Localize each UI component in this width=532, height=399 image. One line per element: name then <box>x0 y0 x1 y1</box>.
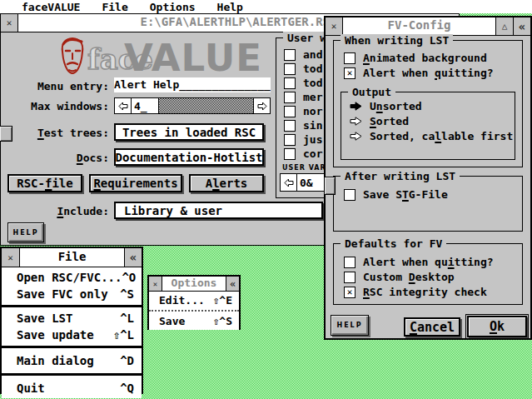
radio-label: Sorted, callable first <box>370 130 513 142</box>
defaults-group-label: Defaults for FV <box>341 237 446 250</box>
menu-item-label: Main dialog <box>17 354 94 367</box>
menu-item-label: Save LST <box>17 312 72 325</box>
menu-item-save[interactable]: Save⇧^S <box>149 312 239 330</box>
checkbox-label: nor <box>303 105 322 117</box>
fv-help-button[interactable]: HELP <box>331 315 369 336</box>
user-var-label: USER VAR: <box>282 164 330 172</box>
output-group: Output Unsorted Sorted Sorted, callable … <box>341 92 515 160</box>
alerts-button[interactable]: Alerts <box>189 174 264 192</box>
file-menu-window: ✕ File « Open RSC/FVC...^O Save FVC only… <box>0 247 143 394</box>
ok-button[interactable]: Ok <box>467 316 527 337</box>
close-icon[interactable]: ✕ <box>1 14 18 32</box>
checkbox[interactable] <box>344 257 355 268</box>
desktop: faceVALUE File Options Help ✕ E:\GFA\ALE… <box>0 0 532 399</box>
checkbox-label: cor <box>303 147 322 160</box>
edge-widget[interactable] <box>324 177 336 195</box>
fuller-icon[interactable]: △ <box>495 17 513 35</box>
iconify-icon[interactable]: « <box>226 277 239 291</box>
checkbox[interactable] <box>344 272 355 283</box>
menu-item-shortcut: ^S <box>120 287 134 301</box>
menu-item-shortcut: ^D <box>120 354 134 367</box>
radio-sorted-callable[interactable]: Sorted, callable first <box>350 130 513 142</box>
menu-help[interactable]: Help <box>217 1 243 13</box>
test-trees-popup[interactable]: Trees in loaded RSC <box>114 123 264 141</box>
menu-item-shortcut: ⇧^L <box>113 328 134 342</box>
iconify-icon[interactable]: « <box>513 17 530 35</box>
when-writing-group-label: When writing LST <box>341 34 453 47</box>
options-menu-window: ✕ Options « Edit...⇧^E Save⇧^S <box>147 275 241 330</box>
output-group-label: Output <box>348 86 395 98</box>
checkbox-label: mer <box>303 91 322 103</box>
menu-item-label: Quit <box>17 382 45 395</box>
logo-value-text: VALUE <box>124 36 262 80</box>
checkbox-label: and <box>303 48 322 61</box>
menu-item-edit[interactable]: Edit...⇧^E <box>149 292 239 309</box>
requirements-button[interactable]: Requirements <box>89 174 182 192</box>
menu-item-shortcut: ⇧^S <box>213 315 232 327</box>
edge-widget[interactable] <box>0 126 12 142</box>
max-windows-value[interactable]: 4_ <box>132 98 158 113</box>
options-menu-titlebar: ✕ Options « <box>149 277 239 292</box>
checkbox[interactable] <box>344 52 355 64</box>
radio-arrow-icon <box>350 102 362 111</box>
checkbox-label: tod <box>303 62 322 75</box>
menu-item-main-dialog[interactable]: Main dialog^D <box>2 351 142 371</box>
menu-separator <box>2 373 142 376</box>
docs-popup[interactable]: Documentation-Hotlist <box>114 148 264 166</box>
menu-item-shortcut: ⇧^E <box>213 294 232 307</box>
checkbox[interactable] <box>284 77 296 89</box>
menu-separator <box>2 305 142 307</box>
test-trees-label: Test trees: <box>16 127 109 139</box>
radio-arrow-icon <box>350 132 362 141</box>
checkbox[interactable] <box>284 120 296 132</box>
checkbox[interactable] <box>344 287 355 298</box>
menu-facevalue[interactable]: faceVALUE <box>22 1 80 13</box>
checkbox-label: sin <box>303 119 322 132</box>
close-icon[interactable]: ✕ <box>2 248 20 267</box>
menu-item-shortcut: ^O <box>122 271 136 284</box>
checkbox[interactable] <box>284 92 296 103</box>
main-help-button[interactable]: HELP <box>7 222 44 242</box>
checkbox[interactable] <box>344 189 355 201</box>
menu-item-label: Save update <box>17 328 94 342</box>
fv-config-title[interactable]: FV-Config <box>343 17 495 35</box>
menu-item-save-fvc[interactable]: Save FVC only^S <box>2 286 142 302</box>
close-icon[interactable]: ✕ <box>326 17 343 35</box>
user-var-value[interactable]: 0& <box>297 174 324 191</box>
menu-options[interactable]: Options <box>150 1 196 13</box>
spinner-track[interactable] <box>159 98 253 113</box>
checkbox[interactable] <box>284 106 296 117</box>
menu-file[interactable]: File <box>102 1 127 13</box>
menu-entry-input[interactable]: Alert Help______________ <box>114 77 271 92</box>
checkbox-label: Alert when quitting? <box>363 67 494 79</box>
checkbox[interactable] <box>284 49 296 61</box>
menu-item-open-rsc[interactable]: Open RSC/FVC...^O <box>2 269 142 286</box>
menu-item-label: Open RSC/FVC... <box>17 271 122 284</box>
after-writing-group: After writing LST Save STG-File <box>333 176 523 232</box>
cancel-button[interactable]: Cancel <box>404 317 460 337</box>
menu-item-save-update[interactable]: Save update⇧^L <box>2 327 142 343</box>
include-popup[interactable]: Library & user <box>114 202 323 219</box>
radio-sorted[interactable]: Sorted <box>350 115 409 127</box>
file-menu-title[interactable]: File <box>20 248 124 267</box>
checkbox-label: jus <box>303 133 322 146</box>
spinner-left-arrow-icon[interactable] <box>281 174 296 191</box>
radio-unsorted[interactable]: Unsorted <box>350 100 422 112</box>
checkbox[interactable] <box>284 148 296 160</box>
spinner-right-arrow-icon[interactable] <box>254 98 270 113</box>
close-icon[interactable]: ✕ <box>149 277 162 291</box>
checkbox[interactable] <box>284 134 296 146</box>
menu-entry-label: Menu entry: <box>16 80 109 92</box>
fv-config-titlebar: ✕ FV-Config △ « <box>326 17 530 36</box>
defaults-group: Defaults for FV Alert when quitting? Cus… <box>333 243 523 305</box>
options-menu-title[interactable]: Options <box>162 277 226 291</box>
menu-item-quit[interactable]: Quit^Q <box>2 378 142 398</box>
iconify-icon[interactable]: « <box>124 248 142 267</box>
include-label: Include: <box>16 205 109 217</box>
spinner-left-arrow-icon[interactable] <box>115 98 131 113</box>
checkbox[interactable] <box>284 63 296 75</box>
file-menu-titlebar: ✕ File « <box>2 248 142 267</box>
checkbox[interactable] <box>344 67 355 79</box>
menu-item-save-lst[interactable]: Save LST^L <box>2 310 142 327</box>
rsc-file-button[interactable]: RSC-file <box>7 174 82 192</box>
